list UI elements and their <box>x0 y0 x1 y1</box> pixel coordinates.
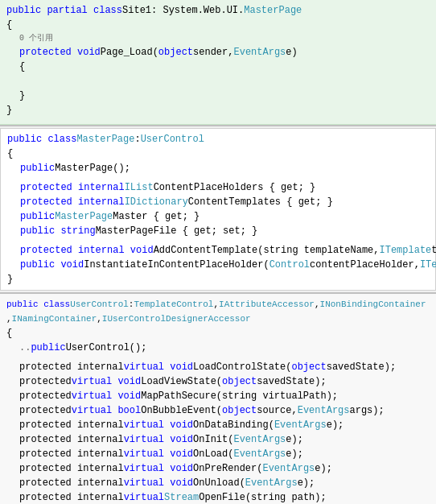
method-lcs-end: savedState); <box>327 360 396 374</box>
method-addcontenttemplate: protected internal void AddContentTempla… <box>1 243 435 258</box>
method-close-brace: } <box>0 89 436 103</box>
type-idictionary: IDictionary <box>125 195 188 209</box>
method-mappathsecure: protected virtual void MapPathSecure(str… <box>0 389 436 403</box>
type-eventargs-2: EventArgs <box>298 403 350 418</box>
param-e-1: e) <box>286 45 297 60</box>
open-brace-2: { <box>1 147 435 161</box>
kw-virtual-10: virtual <box>124 490 164 504</box>
method-instantiate: public void InstantiateInContentPlaceHol… <box>1 258 435 272</box>
kw-public-uc: public <box>31 341 65 355</box>
kw-virtual-5: virtual void <box>124 418 193 432</box>
base-usercontrol: UserControl <box>141 132 204 147</box>
method-name-pageload: Page_Load( <box>101 45 158 60</box>
member-masterpagefile: public string MasterPageFile { get; set;… <box>1 224 435 238</box>
method-lvs-end: savedState); <box>257 374 326 389</box>
constructor-masterpage: public MasterPage(); <box>1 161 435 176</box>
method-inst-mid: contentPlaceHolder, <box>310 258 420 272</box>
keyword-object: object <box>158 45 193 60</box>
type-inonbinding: INonBindingContainer <box>320 297 426 312</box>
method-ol-end: e); <box>286 447 303 461</box>
method-lcs-text: LoadControlState( <box>193 360 291 374</box>
method-obe-end: args); <box>350 403 385 418</box>
method-act-end: template); <box>431 243 436 258</box>
kw-virtual-1: virtual void <box>124 360 193 374</box>
type-templatecontrol: TemplateControl <box>134 297 213 312</box>
ref-count: 0 个引用 <box>0 32 436 45</box>
empty-line-1 <box>0 74 436 89</box>
section-site1: public partial class Site1 : System.Web.… <box>0 0 436 125</box>
method-openfile: protected internal virtual Stream OpenFi… <box>0 490 436 504</box>
method-loadviewstate: protected virtual void LoadViewState( ob… <box>0 374 436 389</box>
method-open-brace: { <box>0 60 436 74</box>
member-ct-text: ContentTemplates { get; } <box>188 195 333 209</box>
kw-protected-internal-2: protected internal <box>20 195 125 209</box>
type-eventargs-6: EventArgs <box>262 461 315 476</box>
kw-object-3: object <box>222 403 257 418</box>
colon-2: : <box>134 132 140 147</box>
kw-virtual-7: virtual void <box>124 447 193 461</box>
method-onprerender: protected internal virtual void OnPreRen… <box>0 461 436 476</box>
method-ou-text: OnUnload( <box>193 476 245 490</box>
m-obe: protected <box>19 403 72 418</box>
method-ou-end: e); <box>298 476 315 490</box>
usercontrol-class-decl: public class UserControl : TemplateContr… <box>0 297 436 326</box>
m-of: protected internal <box>19 490 124 504</box>
keyword-public: public partial class <box>6 3 122 18</box>
uc-colon: : <box>129 297 134 312</box>
member-master-text: Master { get; } <box>113 209 199 224</box>
comma-1: , <box>315 297 320 312</box>
keyword-public-mp: public <box>20 161 55 176</box>
class-name-usercontrol: UserControl <box>70 297 129 312</box>
type-eventargs-3: EventArgs <box>274 418 327 432</box>
member-contenttemplates: protected internal IDictionary ContentTe… <box>1 195 435 209</box>
param-sender: sender, <box>193 45 233 60</box>
method-oi-text: OnInit( <box>193 432 233 447</box>
kw-virtual-9: virtual void <box>124 476 193 490</box>
type-iusercontroldesigner: IUserControlDesignerAccessor <box>102 312 251 326</box>
type-eventargs-5: EventArgs <box>233 447 286 461</box>
type-stream: Stream <box>164 490 199 504</box>
member-mpf-text: MasterPageFile { get; set; } <box>96 224 258 238</box>
m-lcs: protected internal <box>19 360 124 374</box>
code-container[interactable]: public partial class Site1 : System.Web.… <box>0 0 436 504</box>
uc-interfaces: , <box>213 297 219 312</box>
method-odb-text: OnDataBinding( <box>193 418 274 432</box>
method-ondatabinding: protected internal virtual void OnDataBi… <box>0 418 436 432</box>
kw-public-mp2: public <box>20 209 55 224</box>
dot-prefix-ctor: .. <box>19 341 31 355</box>
method-oi-end: e); <box>286 432 303 447</box>
close-brace-2: } <box>1 272 435 287</box>
type-eventargs-7: EventArgs <box>245 476 298 490</box>
method-opr-text: OnPreRender( <box>193 461 262 476</box>
member-master: public MasterPage Master { get; } <box>1 209 435 224</box>
member-cph-text: ContentPlaceHolders { get; } <box>154 180 316 195</box>
m-lvs: protected <box>19 374 72 389</box>
type-eventargs-4: EventArgs <box>233 432 286 447</box>
kw-virtual-8: virtual void <box>124 461 193 476</box>
method-opr-end: e); <box>315 461 332 476</box>
ctor-uc-text: UserControl(); <box>66 341 147 355</box>
m-mps: protected <box>19 389 72 403</box>
keyword-protected-void: protected void <box>19 45 101 60</box>
class-close-brace-1: } <box>0 103 436 118</box>
kw-protected-internal-1: protected internal <box>20 180 125 195</box>
class-name-site1: Site1 <box>122 3 151 18</box>
m-ou: protected internal <box>19 476 124 490</box>
base-class-masterpage: MasterPage <box>244 3 302 18</box>
comma-3: , <box>97 312 102 326</box>
type-inamingcontainer: INamingContainer <box>12 312 97 326</box>
method-obe-mid: source, <box>257 403 297 418</box>
colon-separator: : System.Web.UI. <box>151 3 244 18</box>
method-onunload: protected internal virtual void OnUnload… <box>0 476 436 490</box>
method-onload: protected internal virtual void OnLoad( … <box>0 447 436 461</box>
kw-virtual-4: virtual bool <box>72 403 141 418</box>
open-brace-1: { <box>0 18 436 32</box>
kw-virtual-2: virtual void <box>72 374 141 389</box>
method-obe-text: OnBubbleEvent( <box>141 403 222 418</box>
kw-public-void-1: public void <box>20 258 84 272</box>
member-contentplaceholders: protected internal IList ContentPlaceHol… <box>1 180 435 195</box>
method-oninit: protected internal virtual void OnInit( … <box>0 432 436 447</box>
kw-object-2: object <box>222 374 257 389</box>
method-of-text: OpenFile(string path); <box>199 490 326 504</box>
m-ol: protected internal <box>19 447 124 461</box>
